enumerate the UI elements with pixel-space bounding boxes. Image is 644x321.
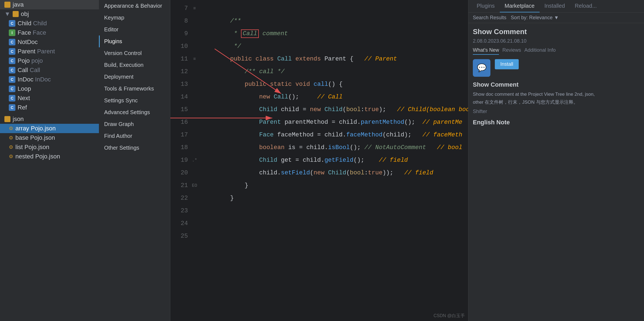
cmt-field-18: // field [379,157,408,164]
op-17: = [299,144,306,151]
ln-16: 16 [173,116,188,129]
method-sf-19: setField [281,169,310,176]
ln-18: 18 [173,141,188,154]
ln-7: 7 [173,2,188,15]
settings-editor[interactable]: Editor [99,24,170,35]
kw-void-12: void [295,81,313,88]
plugin-icon: 💬 [473,59,490,77]
gutter-7: ≡ [190,2,199,15]
code-line-7: /** [199,2,468,15]
paren-16: (child); [382,131,422,138]
sidebar-item-pojo[interactable]: C Pojo pojo [0,56,99,65]
sidebar-item-indoc[interactable]: C InDoc InDoc [0,75,99,84]
sidebar-item-notdoc[interactable]: C NotDoc [0,37,99,47]
method-gf-18: getField [324,157,354,164]
indent-20 [230,182,245,189]
sidebar-face-label: Face Face [18,29,46,36]
settings-deployment[interactable]: Deployment [99,71,170,83]
sidebar-item-ref[interactable]: C Ref [0,103,99,112]
sidebar-item-child[interactable]: C Child Child [0,19,99,28]
sidebar-item-next[interactable]: C Next [0,94,99,103]
paren-19c: )); [382,169,404,176]
sidebar-item-list-pojo[interactable]: ⚙ list Pojo.json [0,142,99,152]
type-call-10: Call [277,56,295,62]
subtab-additional[interactable]: Additional Info [524,47,556,55]
line-numbers: 7 8 9 10 11 12 13 14 15 16 17 18 19 20 2… [170,2,190,321]
gutter-8 [190,15,199,28]
sidebar-java-label: java [13,1,24,8]
cmt-child-14: // Child(boolean boo [397,106,468,113]
sidebar-call-label: Call Call [18,67,40,74]
sidebar-list-pojo-label: list Pojo.json [15,144,49,151]
tab-reload[interactable]: Reload... [570,0,602,12]
sidebar-item-nested-pojo[interactable]: ⚙ nested Pojo.json [0,152,99,161]
cmt-parent-10: // Parent [364,56,397,62]
sidebar-ref-label: Ref [18,104,27,111]
settings-version-control[interactable]: Version Control [99,47,170,59]
settings-frameworks[interactable]: Tools & Frameworks [99,83,170,95]
badge-child: C [9,20,15,27]
settings-plugins[interactable]: Plugins [99,35,170,47]
kw-bool-17: boolean [259,144,288,151]
settings-draw-graph[interactable]: Draw Graph [99,118,170,130]
ln-8: 8 [173,15,188,28]
method-fm-16: faceMethod [346,131,382,138]
code-cmt-9: */ [230,43,241,50]
search-results-label: Search Results [473,15,506,21]
type-child-14: Child [259,106,281,113]
sidebar-item-loop[interactable]: C Loop [0,84,99,94]
settings-other[interactable]: Other Settings [99,142,170,154]
sidebar-item-java[interactable]: java [0,0,99,9]
gutter-21: EO [190,179,199,192]
cmt-bool-17: // bool [437,144,462,151]
gutter-16 [190,116,199,129]
install-button[interactable]: Install [495,59,519,69]
tab-installed[interactable]: Installed [540,0,570,12]
settings-appearance[interactable]: Appearance & Behavior [99,0,170,12]
op-16: = [317,131,324,138]
sidebar-item-array-pojo[interactable]: ⚙ array Pojo.json [0,124,99,133]
ln-20: 20 [173,167,188,179]
sidebar-base-pojo-label: base Pojo.json [15,134,55,141]
indent-13 [230,94,259,100]
plugin-header-row: 💬 Install [473,59,640,77]
gutter-15 [190,103,199,116]
tab-plugins[interactable]: Plugins [472,0,500,12]
op-15: = [332,119,339,126]
kw-public-12: public [245,81,270,88]
plugin-tabs: Plugins Marketplace Installed Reload... [468,0,644,13]
settings-build[interactable]: Build, Execution [99,59,170,71]
paren-19b: ( [346,169,350,176]
sidebar-notdoc-label: NotDoc [18,39,38,46]
subtab-reviews[interactable]: Reviews [502,47,521,55]
settings-sync[interactable]: Settings Sync [99,95,170,106]
colon-19: : [364,169,368,176]
paren-13: (); [288,94,317,100]
tab-marketplace[interactable]: Marketplace [500,0,540,12]
settings-keymap[interactable]: Keymap [99,12,170,24]
settings-advanced[interactable]: Advanced Settings [99,106,170,118]
subtab-whats-new[interactable]: What's New [473,47,499,55]
child-16: child. [324,131,346,138]
sidebar-pojo-label: Pojo pojo [18,57,43,64]
ln-17: 17 [173,129,188,141]
sidebar-item-json[interactable]: json [0,114,99,124]
code-container: 7 8 9 10 11 12 13 14 15 16 17 18 19 20 2… [170,0,468,321]
sidebar-item-face[interactable]: I Face Face [0,28,99,37]
type-parent-15: Parent [259,119,284,126]
gutter-14 [190,91,199,103]
kw-extends-10: extends [295,56,324,62]
json-file-icon-1: ⚙ [9,125,13,131]
plugin-content: Show Comment 2.08.0.2023.06.21.08.10 Wha… [468,23,644,321]
sidebar-item-parent[interactable]: C Parent Parent [0,47,99,56]
plugin-title: Show Comment [473,28,640,36]
indent-11 [230,68,245,75]
sidebar-item-call[interactable]: C Call Call [0,65,99,75]
sidebar-item-base-pojo[interactable]: ⚙ base Pojo.json [0,133,99,142]
settings-find-author[interactable]: Find Author [99,130,170,142]
sidebar: java ▼ obj C Child Child I Face Face C N… [0,0,99,321]
sidebar-item-obj[interactable]: ▼ obj [0,9,99,19]
kw-new-13: new [259,94,274,100]
json-file-icon-2: ⚙ [9,135,13,141]
gutter-19: .* [190,154,199,167]
